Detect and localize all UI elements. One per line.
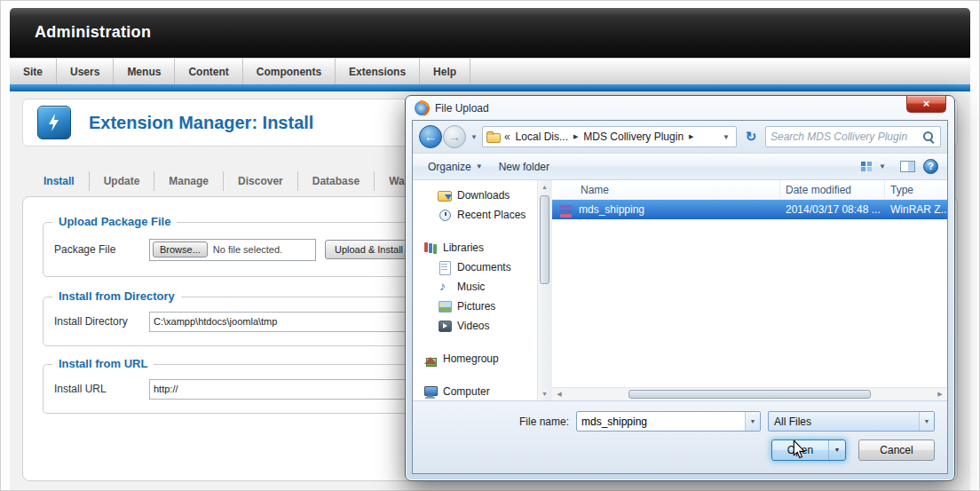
tab[interactable]: Database (298, 171, 375, 191)
column-header-type[interactable]: Type (885, 180, 947, 199)
new-folder-button[interactable]: New folder (493, 158, 556, 176)
file-type-caret-icon[interactable] (919, 412, 934, 431)
nav-item-label: Recent Places (457, 209, 526, 221)
tab[interactable]: Update (90, 171, 155, 191)
extension-tabs: Install Update Manage Discover Database … (29, 171, 451, 191)
file-type-dropdown[interactable]: All Files (768, 411, 935, 432)
nav-item[interactable]: Recent Places (413, 205, 537, 225)
file-name-label: File name: (519, 416, 569, 428)
tab[interactable]: Install (29, 171, 90, 191)
page-title: Extension Manager: Install (89, 113, 313, 133)
folder-icon (486, 130, 501, 144)
scroll-thumb[interactable] (540, 195, 549, 284)
address-dropdown-caret-icon[interactable] (720, 133, 732, 141)
views-caret-icon (879, 162, 886, 170)
scroll-thumb[interactable] (628, 390, 871, 399)
nav-item[interactable]: Videos (413, 316, 537, 336)
refresh-icon[interactable] (741, 127, 761, 147)
file-date-cell: 2014/03/17 08:48 ... (780, 203, 885, 216)
menu-item[interactable]: Menus (114, 59, 175, 84)
nav-item-label: Homegroup (443, 352, 499, 365)
breadcrumb-separator-icon: ▶ (689, 133, 693, 140)
search-input[interactable] (771, 131, 921, 143)
forward-icon[interactable] (443, 125, 466, 148)
file-type-cell: WinRAR Z... (885, 203, 947, 216)
nav-pane: Downloads Recent Places Libraries (413, 180, 537, 400)
menu-item[interactable]: Content (175, 59, 242, 84)
menu-item[interactable]: Help (420, 59, 470, 84)
breadcrumb-drive[interactable]: Local Dis... (514, 130, 570, 144)
nav-item-icon (438, 299, 452, 313)
nav-item[interactable]: Documents (413, 257, 537, 277)
browse-button[interactable]: Browse... (153, 242, 208, 257)
tab[interactable]: Discover (224, 171, 298, 191)
recent-pages-caret-icon[interactable] (470, 133, 478, 141)
nav-item-icon (438, 208, 452, 222)
back-icon[interactable] (419, 125, 442, 148)
list-horizontal-scrollbar[interactable] (552, 387, 947, 400)
column-header-date-modified[interactable]: Date modified (780, 180, 885, 199)
file-type-value: All Files (769, 416, 919, 428)
nav-item[interactable]: Computer (413, 382, 537, 400)
menu-item[interactable]: Components (243, 59, 336, 84)
nav-item-label: Libraries (443, 242, 484, 254)
dialog-title: File Upload (435, 102, 489, 115)
nav-item[interactable]: Libraries (413, 238, 537, 257)
file-name-cell: mds_shipping (579, 203, 780, 216)
dialog-client: « Local Dis... ▶ MDS Collivery Plugin ▶ … (412, 120, 948, 474)
nav-vertical-scrollbar[interactable] (537, 180, 551, 400)
breadcrumb-folder[interactable]: MDS Collivery Plugin (581, 130, 685, 144)
search-box[interactable] (765, 126, 941, 147)
nav-item-label: Videos (457, 320, 489, 332)
nav-item[interactable]: Downloads (413, 186, 537, 205)
nav-item[interactable]: Pictures (413, 297, 537, 316)
preview-pane-icon[interactable] (900, 161, 915, 172)
file-name-combobox[interactable] (576, 411, 761, 432)
nav-item[interactable]: Homegroup (413, 349, 537, 368)
menu-item[interactable]: Extensions (336, 59, 420, 84)
file-row[interactable]: mds_shipping 2014/03/17 08:48 ... WinRAR… (552, 200, 947, 219)
scroll-track[interactable] (566, 388, 933, 400)
file-name-caret-icon[interactable] (745, 412, 760, 431)
scroll-left-icon[interactable] (552, 388, 566, 400)
url-label: Install URL (54, 383, 149, 395)
breadcrumb-overflow-chevron[interactable]: « (504, 131, 510, 143)
scroll-up-icon[interactable] (538, 180, 551, 194)
nav-item-icon (423, 384, 438, 399)
views-button[interactable] (854, 158, 892, 175)
column-header-name[interactable]: Name (559, 180, 780, 199)
nav-item-label: Computer (443, 385, 490, 398)
open-caret-icon[interactable] (828, 440, 845, 460)
accent-strip (10, 84, 970, 91)
admin-title: Administration (35, 23, 151, 42)
admin-header: Administration (10, 8, 970, 58)
open-button[interactable]: Open (772, 440, 828, 460)
file-list: Name Date modified Type mds_shipping 201… (551, 180, 947, 400)
close-button[interactable]: × (906, 96, 946, 113)
help-icon[interactable]: ? (923, 159, 938, 174)
nav-item-icon (438, 280, 452, 294)
organize-label: Organize (428, 161, 471, 173)
file-name-input[interactable] (577, 416, 745, 428)
file-name-row: File name: All Files (425, 411, 935, 432)
dialog-titlebar[interactable]: File Upload × (406, 96, 954, 120)
organize-button[interactable]: Organize (422, 158, 489, 176)
nav-item[interactable]: Music (413, 277, 537, 297)
scroll-right-icon[interactable] (933, 388, 947, 400)
nav-item-label: Pictures (457, 300, 495, 313)
scroll-down-icon[interactable] (538, 387, 551, 400)
nav-item-label: Downloads (457, 189, 510, 202)
menu-item[interactable]: Users (57, 59, 114, 84)
tab[interactable]: Manage (154, 171, 224, 191)
upload-install-button[interactable]: Upload & Install (325, 240, 413, 259)
firefox-icon (415, 101, 429, 115)
menu-item[interactable]: Site (10, 59, 57, 84)
breadcrumb-separator-icon: ▶ (573, 133, 578, 140)
dialog-main: Downloads Recent Places Libraries (413, 180, 947, 400)
address-bar: « Local Dis... ▶ MDS Collivery Plugin ▶ (413, 121, 947, 154)
file-input[interactable]: Browse... No file selected. (149, 239, 316, 261)
search-icon[interactable] (921, 130, 936, 144)
open-split-button[interactable]: Open (771, 440, 846, 461)
cancel-button[interactable]: Cancel (858, 440, 935, 461)
breadcrumb[interactable]: « Local Dis... ▶ MDS Collivery Plugin ▶ (482, 126, 737, 147)
